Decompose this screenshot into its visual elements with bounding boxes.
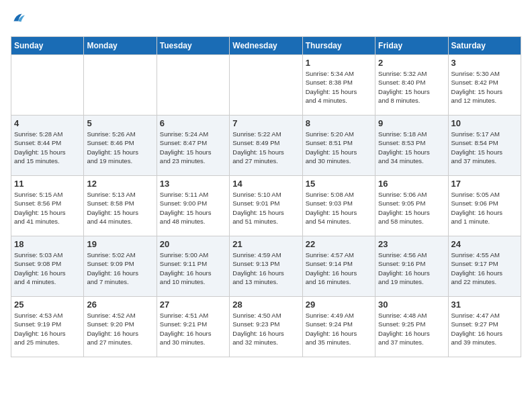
day-number: 17 [451, 179, 518, 189]
day-of-week-header: Thursday [302, 37, 375, 55]
calendar-cell: 1Sunrise: 5:34 AM Sunset: 8:38 PM Daylig… [302, 55, 375, 116]
day-info: Sunrise: 4:48 AM Sunset: 9:25 PM Dayligh… [378, 311, 445, 347]
day-number: 30 [378, 300, 445, 310]
day-info: Sunrise: 4:55 AM Sunset: 9:17 PM Dayligh… [451, 250, 518, 286]
calendar-body: 1Sunrise: 5:34 AM Sunset: 8:38 PM Daylig… [11, 55, 521, 357]
calendar-cell: 3Sunrise: 5:30 AM Sunset: 8:42 PM Daylig… [448, 55, 521, 116]
calendar-cell: 17Sunrise: 5:05 AM Sunset: 9:06 PM Dayli… [448, 176, 521, 236]
day-number: 18 [14, 239, 81, 249]
calendar-cell: 25Sunrise: 4:53 AM Sunset: 9:19 PM Dayli… [11, 297, 84, 357]
calendar-week-row: 18Sunrise: 5:03 AM Sunset: 9:08 PM Dayli… [11, 236, 521, 297]
calendar-cell: 29Sunrise: 4:49 AM Sunset: 9:24 PM Dayli… [302, 297, 375, 357]
day-info: Sunrise: 5:17 AM Sunset: 8:54 PM Dayligh… [451, 130, 518, 165]
logo-icon [11, 11, 26, 26]
day-number: 25 [14, 300, 81, 310]
day-info: Sunrise: 5:03 AM Sunset: 9:08 PM Dayligh… [14, 250, 81, 286]
calendar-cell: 30Sunrise: 4:48 AM Sunset: 9:25 PM Dayli… [375, 297, 448, 357]
day-info: Sunrise: 5:00 AM Sunset: 9:11 PM Dayligh… [160, 250, 226, 286]
calendar-cell: 9Sunrise: 5:18 AM Sunset: 8:53 PM Daylig… [375, 116, 448, 176]
day-number: 28 [232, 300, 299, 310]
calendar-cell: 22Sunrise: 4:57 AM Sunset: 9:14 PM Dayli… [302, 236, 375, 297]
day-number: 9 [378, 118, 445, 128]
day-info: Sunrise: 5:06 AM Sunset: 9:05 PM Dayligh… [378, 190, 445, 226]
calendar-cell: 21Sunrise: 4:59 AM Sunset: 9:13 PM Dayli… [230, 236, 302, 297]
day-of-week-header: Friday [375, 37, 448, 55]
day-number: 20 [160, 239, 226, 249]
calendar-cell: 16Sunrise: 5:06 AM Sunset: 9:05 PM Dayli… [375, 176, 448, 236]
day-number: 31 [451, 300, 518, 310]
calendar-cell: 2Sunrise: 5:32 AM Sunset: 8:40 PM Daylig… [375, 55, 448, 116]
day-of-week-header: Tuesday [157, 37, 229, 55]
day-of-week-header: Monday [84, 37, 157, 55]
calendar-cell: 23Sunrise: 4:56 AM Sunset: 9:16 PM Dayli… [375, 236, 448, 297]
day-number: 2 [378, 58, 445, 68]
day-info: Sunrise: 5:13 AM Sunset: 8:58 PM Dayligh… [87, 190, 153, 226]
calendar-cell [11, 55, 84, 116]
day-info: Sunrise: 4:50 AM Sunset: 9:23 PM Dayligh… [232, 311, 299, 347]
day-number: 21 [232, 239, 299, 249]
day-number: 14 [232, 179, 299, 189]
day-number: 27 [160, 300, 226, 310]
calendar-cell: 31Sunrise: 4:47 AM Sunset: 9:27 PM Dayli… [448, 297, 521, 357]
calendar-cell: 13Sunrise: 5:11 AM Sunset: 9:00 PM Dayli… [157, 176, 229, 236]
day-info: Sunrise: 5:11 AM Sunset: 9:00 PM Dayligh… [160, 190, 226, 226]
day-number: 16 [378, 179, 445, 189]
calendar-cell: 8Sunrise: 5:20 AM Sunset: 8:51 PM Daylig… [302, 116, 375, 176]
calendar-cell: 15Sunrise: 5:08 AM Sunset: 9:03 PM Dayli… [302, 176, 375, 236]
day-number: 5 [87, 118, 153, 128]
day-number: 10 [451, 118, 518, 128]
day-number: 8 [306, 118, 372, 128]
calendar-cell [84, 55, 157, 116]
day-info: Sunrise: 4:47 AM Sunset: 9:27 PM Dayligh… [451, 311, 518, 347]
day-info: Sunrise: 5:20 AM Sunset: 8:51 PM Dayligh… [306, 130, 372, 165]
day-number: 22 [306, 239, 372, 249]
calendar-week-row: 25Sunrise: 4:53 AM Sunset: 9:19 PM Dayli… [11, 297, 521, 357]
day-info: Sunrise: 5:24 AM Sunset: 8:47 PM Dayligh… [160, 130, 226, 165]
page-header [11, 11, 521, 28]
day-number: 15 [306, 179, 372, 189]
calendar-cell: 10Sunrise: 5:17 AM Sunset: 8:54 PM Dayli… [448, 116, 521, 176]
calendar-cell: 7Sunrise: 5:22 AM Sunset: 8:49 PM Daylig… [230, 116, 302, 176]
day-of-week-header: Sunday [11, 37, 84, 55]
day-number: 11 [14, 179, 81, 189]
calendar-cell: 14Sunrise: 5:10 AM Sunset: 9:01 PM Dayli… [230, 176, 302, 236]
calendar-cell: 27Sunrise: 4:51 AM Sunset: 9:21 PM Dayli… [157, 297, 229, 357]
day-number: 24 [451, 239, 518, 249]
day-info: Sunrise: 4:59 AM Sunset: 9:13 PM Dayligh… [232, 250, 299, 286]
day-of-week-header: Saturday [448, 37, 521, 55]
calendar-table: SundayMondayTuesdayWednesdayThursdayFrid… [11, 36, 521, 357]
calendar-cell: 26Sunrise: 4:52 AM Sunset: 9:20 PM Dayli… [84, 297, 157, 357]
day-info: Sunrise: 5:02 AM Sunset: 9:09 PM Dayligh… [87, 250, 153, 286]
day-info: Sunrise: 4:49 AM Sunset: 9:24 PM Dayligh… [306, 311, 372, 347]
calendar-cell: 19Sunrise: 5:02 AM Sunset: 9:09 PM Dayli… [84, 236, 157, 297]
day-number: 3 [451, 58, 518, 68]
day-number: 26 [87, 300, 153, 310]
calendar-cell [230, 55, 302, 116]
day-info: Sunrise: 5:10 AM Sunset: 9:01 PM Dayligh… [232, 190, 299, 226]
calendar-cell: 28Sunrise: 4:50 AM Sunset: 9:23 PM Dayli… [230, 297, 302, 357]
day-number: 12 [87, 179, 153, 189]
calendar-cell: 18Sunrise: 5:03 AM Sunset: 9:08 PM Dayli… [11, 236, 84, 297]
calendar-cell: 11Sunrise: 5:15 AM Sunset: 8:56 PM Dayli… [11, 176, 84, 236]
day-info: Sunrise: 5:22 AM Sunset: 8:49 PM Dayligh… [232, 130, 299, 165]
day-of-week-header: Wednesday [230, 37, 302, 55]
calendar-cell: 6Sunrise: 5:24 AM Sunset: 8:47 PM Daylig… [157, 116, 229, 176]
day-info: Sunrise: 4:51 AM Sunset: 9:21 PM Dayligh… [160, 311, 226, 347]
day-info: Sunrise: 5:18 AM Sunset: 8:53 PM Dayligh… [378, 130, 445, 165]
calendar-cell: 12Sunrise: 5:13 AM Sunset: 8:58 PM Dayli… [84, 176, 157, 236]
day-number: 1 [306, 58, 372, 68]
calendar-header: SundayMondayTuesdayWednesdayThursdayFrid… [11, 37, 521, 55]
day-info: Sunrise: 5:32 AM Sunset: 8:40 PM Dayligh… [378, 69, 445, 105]
calendar-cell: 20Sunrise: 5:00 AM Sunset: 9:11 PM Dayli… [157, 236, 229, 297]
day-info: Sunrise: 4:52 AM Sunset: 9:20 PM Dayligh… [87, 311, 153, 347]
day-number: 29 [306, 300, 372, 310]
day-number: 13 [160, 179, 226, 189]
day-info: Sunrise: 5:08 AM Sunset: 9:03 PM Dayligh… [306, 190, 372, 226]
calendar-cell: 24Sunrise: 4:55 AM Sunset: 9:17 PM Dayli… [448, 236, 521, 297]
day-info: Sunrise: 4:53 AM Sunset: 9:19 PM Dayligh… [14, 311, 81, 347]
day-number: 23 [378, 239, 445, 249]
day-number: 7 [232, 118, 299, 128]
day-info: Sunrise: 5:34 AM Sunset: 8:38 PM Dayligh… [306, 69, 372, 105]
day-info: Sunrise: 5:30 AM Sunset: 8:42 PM Dayligh… [451, 69, 518, 105]
days-of-week-row: SundayMondayTuesdayWednesdayThursdayFrid… [11, 37, 521, 55]
